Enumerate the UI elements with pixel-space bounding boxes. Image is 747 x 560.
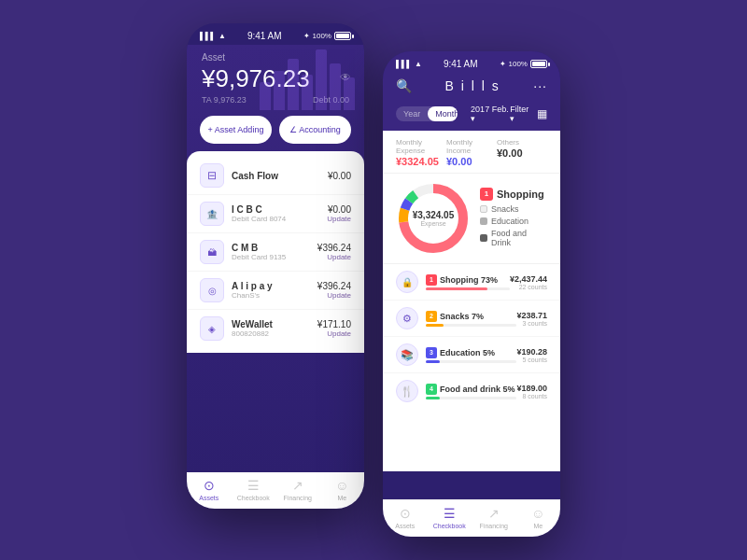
search-icon[interactable]: 🔍 xyxy=(396,78,412,93)
checkbook-nav-icon-right: ☰ xyxy=(444,506,456,521)
snacks-dot xyxy=(480,205,487,213)
chart-section: ¥3,324.05 Expense 1 Shopping Snacks xyxy=(383,174,560,264)
nav-financing-right[interactable]: ↗ Financing xyxy=(472,506,516,529)
financing-nav-icon-right: ↗ xyxy=(488,506,500,521)
donut-label: Expense xyxy=(413,220,455,227)
tab-year[interactable]: Year xyxy=(396,106,428,121)
legend-title-text: Shopping xyxy=(497,189,544,200)
tab-month[interactable]: Month xyxy=(428,106,458,121)
battery-area: ✦ 100% xyxy=(303,32,351,40)
more-icon[interactable]: ··· xyxy=(533,78,547,93)
nav-me-right[interactable]: ☺ Me xyxy=(516,506,561,529)
category-snacks[interactable]: ⚙ 2 Snacks 7% ¥238.71 3 counts xyxy=(383,301,560,337)
signal-area-right: ▌▌▌ ▲ xyxy=(396,60,422,68)
others-amount: ¥0.00 xyxy=(497,147,547,159)
assets-nav-label: Assets xyxy=(199,495,218,501)
shopping-name: 1 Shopping 73% xyxy=(426,274,510,286)
snacks-label: Snacks xyxy=(491,204,519,214)
account-item-wewallet[interactable]: ◈ WeWallet 800820882 ¥171.10 Update xyxy=(187,310,364,347)
chart-view-icon[interactable]: ▦ xyxy=(537,107,547,120)
monthly-income: Monthly Income ¥0.00 xyxy=(446,138,497,167)
shopping-count: 22 counts xyxy=(510,284,547,290)
donut-chart: ¥3,324.05 Expense xyxy=(396,181,471,256)
snacks-icon: ⚙ xyxy=(396,307,418,329)
food-info: 4 Food and drink 5% xyxy=(426,384,516,399)
month-selector[interactable]: 2017 Feb. ▾ xyxy=(471,105,510,123)
icbc-update[interactable]: Update xyxy=(327,215,351,223)
education-bar-wrap xyxy=(426,360,516,363)
me-nav-icon: ☺ xyxy=(335,478,348,493)
assets-nav-icon-right: ⊙ xyxy=(400,506,411,521)
battery-percent-right: 100% xyxy=(509,60,528,68)
legend-title: 1 Shopping xyxy=(480,188,547,201)
snacks-num: 2 xyxy=(426,311,437,322)
time-display-right: 9:41 AM xyxy=(444,59,478,69)
icbc-sub: Debit Card 8074 xyxy=(232,215,327,223)
left-phone: ▌▌▌ ▲ 9:41 AM ✦ 100% Asset ¥9,976.23 TA … xyxy=(187,23,364,509)
income-label: Monthly Income xyxy=(446,138,497,155)
right-phone: ▌▌▌ ▲ 9:41 AM ✦ 100% 🔍 B i l l s ··· Yea… xyxy=(383,51,560,537)
filter-button[interactable]: Filter ▾ xyxy=(510,105,531,123)
expense-amount: ¥3324.05 xyxy=(396,156,446,167)
food-bar xyxy=(426,397,440,399)
legend-num: 1 xyxy=(480,188,493,201)
alipay-update[interactable]: Update xyxy=(317,291,351,300)
bills-header: 🔍 B i l l s ··· xyxy=(383,73,560,101)
bills-title: B i l l s xyxy=(412,78,533,93)
others-label: Others xyxy=(497,138,547,147)
account-item-alipay[interactable]: ◎ A l i p a y ChanS's ¥396.24 Update xyxy=(187,272,364,310)
cmb-right: ¥396.24 Update xyxy=(317,243,351,261)
cmb-icon: 🏔 xyxy=(200,240,224,264)
filter-label: Filter ▾ xyxy=(510,105,531,123)
battery-percent: 100% xyxy=(313,32,331,40)
accounting-button[interactable]: ∠ Accounting xyxy=(279,116,351,144)
month-label: 2017 Feb. ▾ xyxy=(471,105,510,123)
cmb-info: C M B Debit Card 9135 xyxy=(232,243,317,261)
asset-ta: TA 9,976.23 xyxy=(202,95,247,105)
food-icon: 🍴 xyxy=(396,380,418,402)
nav-checkbook-left[interactable]: ☰ Checkbook xyxy=(232,478,276,501)
signal-area: ▌▌▌ ▲ xyxy=(200,32,226,40)
wewallet-icon: ◈ xyxy=(200,316,224,341)
checkbook-nav-label-right: Checkbook xyxy=(433,523,466,529)
wifi-icon-right: ▲ xyxy=(415,60,422,68)
cashflow-name: Cash Flow xyxy=(232,171,328,181)
bottom-nav-right: ⊙ Assets ☰ Checkbook ↗ Financing ☺ Me xyxy=(383,499,560,537)
education-name: 3 Education 5% xyxy=(426,347,516,358)
category-education[interactable]: 📚 3 Education 5% ¥190.28 5 counts xyxy=(383,337,560,373)
nav-checkbook-right[interactable]: ☰ Checkbook xyxy=(428,506,472,529)
signal-icon-right: ▌▌▌ xyxy=(396,60,412,68)
snacks-bar xyxy=(426,324,444,327)
category-list: 🔒 1 Shopping 73% ¥2,437.44 22 counts xyxy=(383,264,560,471)
nav-financing-left[interactable]: ↗ Financing xyxy=(275,478,320,501)
snacks-count: 3 counts xyxy=(516,320,547,327)
cmb-update[interactable]: Update xyxy=(317,253,351,261)
account-item-cmb[interactable]: 🏔 C M B Debit Card 9135 ¥396.24 Update xyxy=(187,233,364,272)
education-icon: 📚 xyxy=(396,343,418,366)
cmb-name: C M B xyxy=(232,243,317,253)
account-item-icbc[interactable]: 🏦 I C B C Debit Card 8074 ¥0.00 Update xyxy=(187,195,364,233)
donut-center: ¥3,324.05 Expense xyxy=(413,210,455,227)
nav-assets-left[interactable]: ⊙ Assets xyxy=(187,478,232,501)
expense-label: Monthly Expense xyxy=(396,138,446,155)
alipay-sub: ChanS's xyxy=(232,291,317,300)
wewallet-update[interactable]: Update xyxy=(317,329,351,338)
filter-bar: Year Month 2017 Feb. ▾ Filter ▾ ▦ xyxy=(383,101,560,131)
account-item-cashflow[interactable]: ⊟ Cash Flow ¥0.00 xyxy=(187,157,364,195)
education-num: 3 xyxy=(426,347,437,358)
category-food[interactable]: 🍴 4 Food and drink 5% ¥189.00 8 counts xyxy=(383,373,560,409)
nav-me-left[interactable]: ☺ Me xyxy=(320,478,365,501)
snacks-right: ¥238.71 3 counts xyxy=(516,311,547,327)
cashflow-info: Cash Flow xyxy=(232,171,328,181)
nav-assets-right[interactable]: ⊙ Assets xyxy=(383,506,428,529)
category-shopping[interactable]: 🔒 1 Shopping 73% ¥2,437.44 22 counts xyxy=(383,264,560,301)
asset-adding-button[interactable]: + Asset Adding xyxy=(200,116,272,144)
battery-icon-right xyxy=(530,60,547,68)
food-right: ¥189.00 8 counts xyxy=(516,384,547,399)
account-list: ⊟ Cash Flow ¥0.00 🏦 I C B C Debit Card 8… xyxy=(187,151,364,353)
action-buttons: + Asset Adding ∠ Accounting xyxy=(187,110,364,151)
battery-icon xyxy=(334,32,351,40)
food-count: 8 counts xyxy=(516,393,547,399)
education-label: Education xyxy=(491,217,529,226)
time-display: 9:41 AM xyxy=(247,31,282,41)
